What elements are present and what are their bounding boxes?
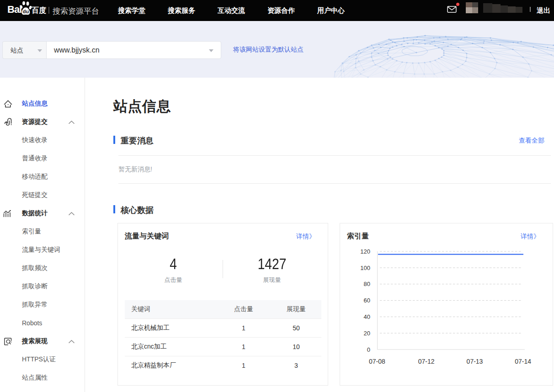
svg-text:100: 100 bbox=[360, 265, 370, 271]
svg-text:80: 80 bbox=[364, 281, 370, 287]
svg-text:0: 0 bbox=[367, 346, 370, 353]
svg-text:60: 60 bbox=[364, 297, 370, 304]
svg-text:du: du bbox=[23, 9, 29, 14]
svg-text:07-08: 07-08 bbox=[369, 358, 385, 365]
svg-text:07-12: 07-12 bbox=[418, 358, 435, 365]
svg-text:40: 40 bbox=[364, 313, 370, 320]
svg-text:120: 120 bbox=[360, 248, 370, 255]
svg-text:07-14: 07-14 bbox=[515, 358, 531, 365]
svg-text:07-13: 07-13 bbox=[467, 358, 483, 365]
svg-text:20: 20 bbox=[364, 330, 370, 337]
